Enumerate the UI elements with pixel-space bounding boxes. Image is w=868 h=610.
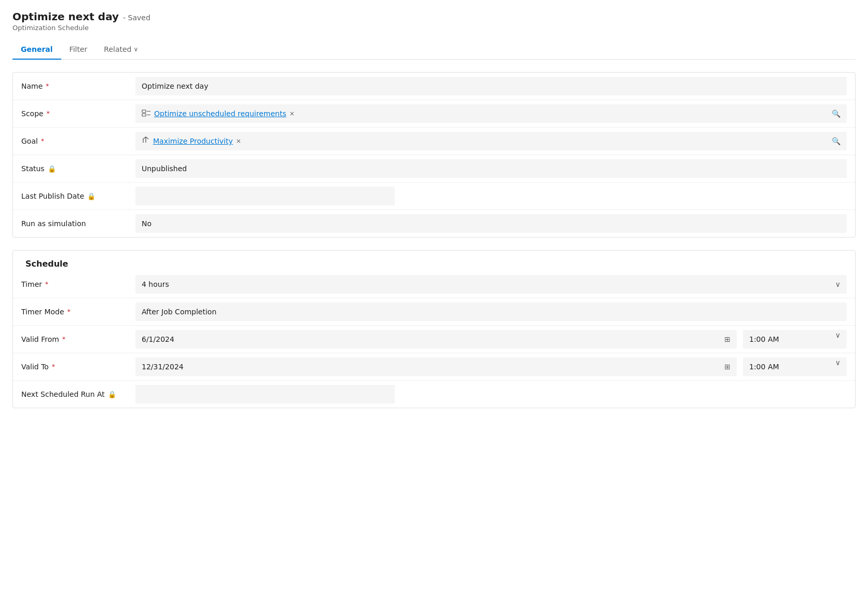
tab-bar: General Filter Related ∨ (12, 40, 856, 60)
schedule-section-title: Schedule (13, 251, 855, 271)
name-label: Name * (21, 82, 135, 90)
valid-from-required: * (62, 336, 65, 343)
main-content: Name * Optimize next day Scope * (0, 60, 868, 433)
scope-link[interactable]: Optimize unscheduled requirements (154, 109, 286, 118)
timer-mode-label: Timer Mode * (21, 308, 135, 316)
run-as-simulation-row: Run as simulation No (13, 210, 855, 237)
goal-search-icon[interactable]: 🔍 (832, 137, 841, 145)
goal-clear-button[interactable]: × (236, 137, 241, 145)
status-lock-icon: 🔒 (48, 165, 56, 173)
valid-to-required: * (52, 363, 55, 370)
scope-required: * (47, 110, 50, 117)
timer-row: Timer * 4 hours ∨ (13, 271, 855, 298)
page-header: Optimize next day - Saved Optimization S… (0, 0, 868, 60)
valid-to-calendar-icon[interactable]: ⊞ (724, 363, 731, 371)
next-scheduled-lock-icon: 🔒 (108, 391, 116, 398)
valid-from-calendar-icon[interactable]: ⊞ (724, 335, 731, 343)
last-publish-date-value (135, 187, 395, 205)
valid-from-label: Valid From * (21, 335, 135, 343)
last-publish-date-label: Last Publish Date 🔒 (21, 192, 135, 200)
status-label: Status 🔒 (21, 164, 135, 173)
page-subtitle: Optimization Schedule (12, 24, 856, 32)
status-value: Unpublished (135, 159, 847, 178)
goal-row: Goal * Maximize Productivity × 🔍 (13, 128, 855, 155)
name-required: * (46, 82, 49, 90)
goal-required: * (41, 137, 44, 145)
next-scheduled-run-at-label: Next Scheduled Run At 🔒 (21, 390, 135, 398)
valid-from-row: Valid From * 6/1/2024 ⊞ 1:00 AM ∨ (13, 326, 855, 353)
goal-tag-icon (142, 136, 150, 146)
last-publish-date-lock-icon: 🔒 (87, 192, 95, 200)
valid-to-time-dropdown-icon: ∨ (835, 358, 841, 367)
valid-from-time-dropdown-icon: ∨ (835, 331, 841, 339)
next-scheduled-run-at-row: Next Scheduled Run At 🔒 (13, 381, 855, 408)
timer-mode-required: * (67, 308, 71, 315)
status-row: Status 🔒 Unpublished (13, 155, 855, 183)
valid-to-label: Valid To * (21, 363, 135, 371)
goal-label: Goal * (21, 137, 135, 145)
goal-value[interactable]: Maximize Productivity × 🔍 (135, 132, 847, 150)
tab-general[interactable]: General (12, 40, 61, 60)
timer-value[interactable]: 4 hours ∨ (135, 275, 847, 294)
tab-related[interactable]: Related ∨ (95, 40, 146, 60)
svg-rect-0 (142, 110, 146, 113)
scope-clear-button[interactable]: × (290, 110, 295, 117)
name-value[interactable]: Optimize next day (135, 77, 847, 95)
general-section: Name * Optimize next day Scope * (12, 72, 856, 238)
valid-to-date-field[interactable]: 12/31/2024 ⊞ (135, 357, 737, 376)
timer-dropdown-icon: ∨ (835, 280, 841, 288)
scope-tag-icon (142, 109, 151, 118)
valid-to-row: Valid To * 12/31/2024 ⊞ 1:00 AM ∨ (13, 353, 855, 381)
scope-label: Scope * (21, 109, 135, 118)
page-title: Optimize next day (12, 10, 119, 23)
scope-row: Scope * Optimize unscheduled requirement… (13, 100, 855, 128)
run-as-simulation-value[interactable]: No (135, 214, 847, 233)
timer-mode-value[interactable]: After Job Completion (135, 302, 847, 321)
chevron-down-icon: ∨ (133, 46, 138, 53)
last-publish-date-row: Last Publish Date 🔒 (13, 183, 855, 210)
valid-from-date-field[interactable]: 6/1/2024 ⊞ (135, 330, 737, 349)
valid-from-datetime: 6/1/2024 ⊞ 1:00 AM ∨ (135, 330, 847, 349)
svg-rect-1 (142, 114, 146, 116)
valid-from-time-field[interactable]: 1:00 AM ∨ (743, 330, 847, 349)
valid-to-datetime: 12/31/2024 ⊞ 1:00 AM ∨ (135, 357, 847, 376)
valid-to-time-field[interactable]: 1:00 AM ∨ (743, 357, 847, 376)
schedule-section-body: Timer * 4 hours ∨ Timer Mode * After Job… (13, 271, 855, 408)
timer-mode-row: Timer Mode * After Job Completion (13, 298, 855, 326)
next-scheduled-run-at-value (135, 385, 395, 404)
timer-required: * (45, 281, 48, 288)
timer-label: Timer * (21, 280, 135, 288)
name-row: Name * Optimize next day (13, 73, 855, 100)
schedule-section: Schedule Timer * 4 hours ∨ Timer Mode * (12, 250, 856, 408)
scope-search-icon[interactable]: 🔍 (832, 109, 841, 118)
saved-label: - Saved (123, 13, 150, 22)
scope-value[interactable]: Optimize unscheduled requirements × 🔍 (135, 104, 847, 123)
tab-filter[interactable]: Filter (61, 40, 96, 60)
goal-link[interactable]: Maximize Productivity (153, 137, 233, 145)
run-as-simulation-label: Run as simulation (21, 219, 135, 228)
